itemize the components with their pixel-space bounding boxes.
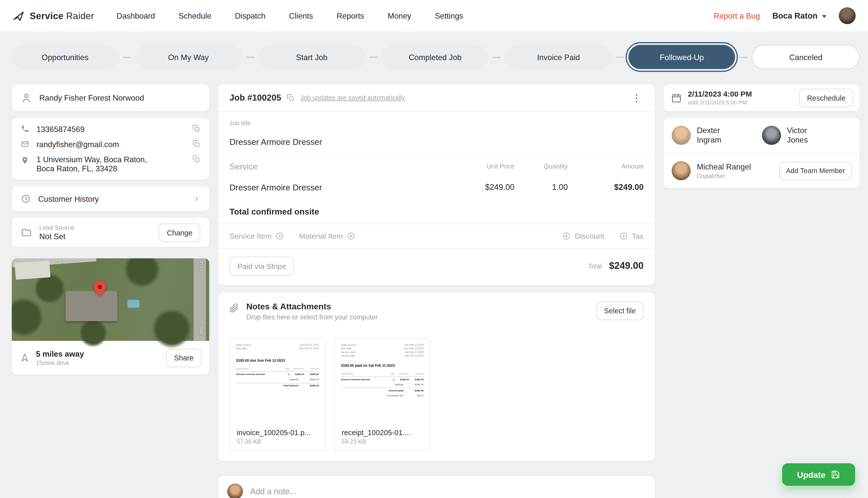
- brand-logo[interactable]: Service Raider: [12, 10, 94, 22]
- stage-opportunities[interactable]: Opportunities: [12, 45, 118, 69]
- stage-completed-job[interactable]: Completed Job: [382, 45, 489, 69]
- stage-start-job[interactable]: Start Job: [259, 45, 365, 69]
- line-item-row[interactable]: Dresser Armoire Dresser $249.00 1.00 $24…: [218, 175, 655, 199]
- change-lead-source-button[interactable]: Change: [159, 223, 200, 242]
- person-icon: [21, 92, 32, 103]
- add-team-member-button[interactable]: Add Team Member: [779, 161, 852, 180]
- autosave-note: Job updates are saved automatically: [300, 94, 405, 101]
- plus-circle-icon: [275, 232, 284, 240]
- team-member-block: Micheal Rangel Dispatcher: [697, 162, 751, 179]
- job-title-value: Dresser Armoire Dresser: [229, 137, 643, 147]
- file-name: receipt_100205-01....: [335, 424, 430, 438]
- line-item-amount: $249.00: [568, 183, 643, 192]
- nav-item-reports[interactable]: Reports: [337, 11, 364, 21]
- file-invoice[interactable]: Date of issue Due date Sat Feb 11 2023 S…: [229, 338, 325, 451]
- calendar-icon: [671, 92, 681, 103]
- total-confirmed-label: Total confirmed onsite: [218, 199, 655, 223]
- invoice-amount-heading: $185.00 due Sun Feb 12 2023: [236, 358, 318, 363]
- add-tax-label: Tax: [632, 232, 643, 240]
- location-selector[interactable]: Boca Raton: [772, 11, 827, 21]
- schedule-until: until 2/11/2023 5:00 PM: [688, 99, 752, 106]
- reschedule-button[interactable]: Reschedule: [799, 89, 853, 107]
- nav-item-clients[interactable]: Clients: [289, 11, 313, 21]
- map-building: [15, 261, 51, 280]
- team-member-micheal[interactable]: Micheal Rangel Dispatcher: [672, 161, 779, 180]
- share-button[interactable]: Share: [166, 348, 202, 367]
- select-file-button[interactable]: Select file: [596, 302, 643, 320]
- brand-logo-icon: [12, 10, 25, 22]
- notes-attachments-card: Notes & Attachments Drop files here or s…: [218, 292, 655, 461]
- stage-connector: [246, 56, 254, 57]
- email-row: randyfisher@gmail.com: [21, 140, 200, 149]
- file-receipt[interactable]: Date of issue Due date Service date Invo…: [335, 338, 431, 451]
- receipt-table-header: Description Qty Unit price Amount: [341, 372, 423, 377]
- add-tax-button[interactable]: Tax: [620, 232, 643, 240]
- stage-invoice-paid[interactable]: Invoice Paid: [505, 45, 612, 69]
- note-author-avatar: [227, 483, 243, 498]
- customer-history-link[interactable]: Customer History: [12, 186, 209, 211]
- stage-connector: [123, 56, 131, 57]
- job-number: Job #100205: [229, 93, 281, 103]
- receipt-subtotal: Subtotal $185.00: [341, 383, 423, 386]
- customer-email: randyfisher@gmail.com: [37, 140, 119, 149]
- map-tree: [79, 319, 107, 347]
- map-street-label: ve: [57, 259, 62, 264]
- navbar-right: Report a Bug Boca Raton: [714, 7, 856, 24]
- location-label: Boca Raton: [772, 11, 817, 21]
- nav-item-dispatch[interactable]: Dispatch: [235, 11, 266, 21]
- paperclip-icon: [229, 303, 239, 313]
- copy-phone-icon[interactable]: [192, 125, 200, 133]
- customer-name-card: Randy Fisher Forest Norwood: [12, 84, 209, 111]
- stage-followed-up-active[interactable]: Followed-Up: [628, 45, 735, 69]
- mail-icon: [21, 140, 29, 148]
- plus-circle-icon: [620, 232, 628, 240]
- invoice-subtotal: Subtotal $185.00: [236, 378, 318, 382]
- copy-address-icon[interactable]: [192, 155, 200, 163]
- add-material-item-button[interactable]: Material Item: [299, 232, 355, 240]
- main-nav: Dashboard Schedule Dispatch Clients Repo…: [117, 11, 463, 21]
- schedule-time-block: 2/11/2023 4:00 PM until 2/11/2023 5:00 P…: [688, 90, 752, 106]
- paid-via-stripe-button[interactable]: Paid via Stripe: [229, 257, 294, 276]
- receipt-document: Date of issue Due date Service date Invo…: [341, 343, 423, 397]
- invoice-meta-values: Sat Feb 11 2023 Sun Feb 12 2023: [299, 343, 318, 351]
- receipt-meta-labels: Date of issue Due date Service date Invo…: [341, 343, 356, 358]
- add-discount-button[interactable]: Discount: [562, 232, 604, 240]
- map-street-label: th Ct: [199, 261, 204, 271]
- navbar: Service Raider Dashboard Schedule Dispat…: [0, 0, 868, 32]
- map-image[interactable]: ve th Ct SW 7: [12, 258, 209, 341]
- report-a-bug-link[interactable]: Report a Bug: [714, 11, 760, 21]
- team-member-victor[interactable]: Victor Jones: [762, 126, 852, 145]
- receipt-meta-values: Sat Feb 11 2023 Sun Feb 12 2023 Sat Feb …: [404, 343, 424, 358]
- add-note-bar: Add a note...: [218, 476, 655, 498]
- copy-job-number-icon[interactable]: [287, 94, 295, 102]
- nav-item-schedule[interactable]: Schedule: [179, 11, 211, 21]
- update-button-label: Update: [797, 470, 826, 480]
- team-member-avatar: [762, 126, 781, 145]
- copy-email-icon[interactable]: [192, 140, 200, 148]
- file-size: 59.23 KB: [335, 438, 430, 450]
- team-member-name: Victor Jones: [787, 126, 823, 145]
- add-service-item-button[interactable]: Service Item: [229, 232, 284, 240]
- brand-name-rest: Raider: [66, 10, 94, 21]
- add-note-input[interactable]: Add a note...: [250, 487, 646, 496]
- stage-on-my-way[interactable]: On My Way: [135, 45, 242, 69]
- nav-item-dashboard[interactable]: Dashboard: [117, 11, 155, 21]
- chevron-down-icon: [822, 15, 827, 17]
- job-menu-kebab-icon[interactable]: ⋮: [629, 92, 643, 104]
- nav-item-money[interactable]: Money: [388, 11, 411, 21]
- total-value: $249.00: [609, 261, 643, 272]
- map-tree: [124, 258, 160, 288]
- user-avatar[interactable]: [839, 7, 856, 24]
- schedule-datetime: 2/11/2023 4:00 PM: [688, 90, 752, 98]
- add-service-item-label: Service Item: [229, 232, 272, 240]
- stage-canceled[interactable]: Canceled: [752, 45, 859, 69]
- history-clock-icon: [21, 194, 31, 204]
- team-member-dexter[interactable]: Dexter Ingram: [672, 126, 762, 145]
- nav-item-settings[interactable]: Settings: [435, 11, 463, 21]
- lead-source: Lead Source Not Set: [39, 224, 74, 241]
- map-tree: [152, 309, 191, 348]
- job-title-field[interactable]: Job title Dresser Armoire Dresser: [218, 112, 655, 157]
- invoice-document: Date of issue Due date Sat Feb 11 2023 S…: [236, 343, 318, 388]
- plus-circle-icon: [347, 232, 355, 240]
- update-button[interactable]: Update: [782, 463, 855, 486]
